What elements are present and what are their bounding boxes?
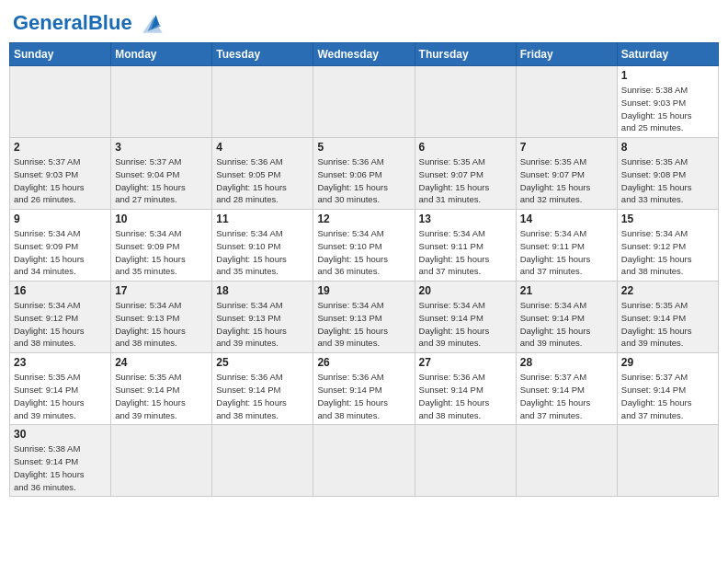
day-number: 16	[14, 284, 107, 297]
weekday-header-monday: Monday	[111, 43, 212, 66]
weekday-header-sunday: Sunday	[10, 43, 111, 66]
calendar-cell	[617, 425, 718, 497]
calendar-cell	[313, 66, 415, 138]
day-info: Sunrise: 5:34 AM Sunset: 9:13 PM Dayligh…	[115, 299, 208, 350]
day-info: Sunrise: 5:34 AM Sunset: 9:10 PM Dayligh…	[317, 227, 410, 278]
calendar-week-row: 16Sunrise: 5:34 AM Sunset: 9:12 PM Dayli…	[10, 282, 719, 353]
calendar-week-row: 1Sunrise: 5:38 AM Sunset: 9:03 PM Daylig…	[10, 66, 719, 138]
calendar-cell	[10, 66, 111, 138]
calendar-cell	[212, 66, 313, 138]
calendar-cell	[313, 425, 415, 497]
day-number: 9	[14, 213, 107, 225]
day-number: 24	[115, 356, 208, 369]
calendar-week-row: 23Sunrise: 5:35 AM Sunset: 9:14 PM Dayli…	[10, 353, 719, 425]
day-number: 14	[520, 213, 613, 225]
day-number: 22	[621, 284, 714, 297]
calendar-cell: 23Sunrise: 5:35 AM Sunset: 9:14 PM Dayli…	[10, 353, 111, 425]
day-number: 18	[216, 284, 309, 297]
day-number: 30	[14, 428, 107, 441]
day-number: 8	[621, 141, 714, 154]
day-info: Sunrise: 5:35 AM Sunset: 9:14 PM Dayligh…	[115, 371, 208, 421]
day-info: Sunrise: 5:37 AM Sunset: 9:03 PM Dayligh…	[14, 155, 107, 206]
calendar-cell: 24Sunrise: 5:35 AM Sunset: 9:14 PM Dayli…	[111, 353, 212, 425]
day-number: 15	[621, 213, 714, 225]
calendar-cell: 16Sunrise: 5:34 AM Sunset: 9:12 PM Dayli…	[10, 282, 111, 353]
calendar-cell: 2Sunrise: 5:37 AM Sunset: 9:03 PM Daylig…	[10, 138, 111, 210]
calendar-cell: 4Sunrise: 5:36 AM Sunset: 9:05 PM Daylig…	[212, 138, 313, 210]
day-number: 1	[621, 69, 714, 82]
day-info: Sunrise: 5:37 AM Sunset: 9:04 PM Dayligh…	[115, 155, 208, 206]
calendar-week-row: 30Sunrise: 5:38 AM Sunset: 9:14 PM Dayli…	[10, 425, 719, 497]
calendar-cell: 13Sunrise: 5:34 AM Sunset: 9:11 PM Dayli…	[415, 210, 516, 282]
calendar-cell: 25Sunrise: 5:36 AM Sunset: 9:14 PM Dayli…	[212, 353, 313, 425]
calendar-cell: 11Sunrise: 5:34 AM Sunset: 9:10 PM Dayli…	[212, 210, 313, 282]
calendar-cell	[415, 66, 516, 138]
day-number: 5	[317, 141, 410, 154]
calendar-cell: 6Sunrise: 5:35 AM Sunset: 9:07 PM Daylig…	[415, 138, 516, 210]
day-info: Sunrise: 5:34 AM Sunset: 9:11 PM Dayligh…	[419, 227, 512, 278]
calendar-cell: 9Sunrise: 5:34 AM Sunset: 9:09 PM Daylig…	[10, 210, 111, 282]
day-info: Sunrise: 5:34 AM Sunset: 9:12 PM Dayligh…	[621, 227, 714, 278]
calendar-week-row: 9Sunrise: 5:34 AM Sunset: 9:09 PM Daylig…	[10, 210, 719, 282]
day-info: Sunrise: 5:38 AM Sunset: 9:03 PM Dayligh…	[621, 84, 714, 134]
calendar-cell: 29Sunrise: 5:37 AM Sunset: 9:14 PM Dayli…	[617, 353, 718, 425]
day-info: Sunrise: 5:36 AM Sunset: 9:06 PM Dayligh…	[317, 155, 410, 206]
logo-blue: Blue	[88, 11, 132, 34]
day-info: Sunrise: 5:36 AM Sunset: 9:14 PM Dayligh…	[317, 371, 410, 421]
logo-text: GeneralBlue	[13, 13, 132, 33]
day-number: 21	[520, 284, 613, 297]
day-info: Sunrise: 5:35 AM Sunset: 9:07 PM Dayligh…	[419, 155, 512, 206]
day-number: 19	[317, 284, 410, 297]
calendar-cell: 14Sunrise: 5:34 AM Sunset: 9:11 PM Dayli…	[516, 210, 617, 282]
calendar-cell: 7Sunrise: 5:35 AM Sunset: 9:07 PM Daylig…	[516, 138, 617, 210]
day-number: 4	[216, 141, 309, 154]
day-number: 11	[216, 213, 309, 225]
calendar-cell	[111, 66, 212, 138]
day-number: 13	[419, 213, 512, 225]
day-info: Sunrise: 5:34 AM Sunset: 9:12 PM Dayligh…	[14, 299, 107, 350]
day-number: 29	[621, 356, 714, 369]
calendar-cell: 17Sunrise: 5:34 AM Sunset: 9:13 PM Dayli…	[111, 282, 212, 353]
calendar-week-row: 2Sunrise: 5:37 AM Sunset: 9:03 PM Daylig…	[10, 138, 719, 210]
calendar-cell: 10Sunrise: 5:34 AM Sunset: 9:09 PM Dayli…	[111, 210, 212, 282]
calendar-cell: 21Sunrise: 5:34 AM Sunset: 9:14 PM Dayli…	[516, 282, 617, 353]
day-number: 25	[216, 356, 309, 369]
calendar-table: SundayMondayTuesdayWednesdayThursdayFrid…	[9, 42, 719, 497]
day-info: Sunrise: 5:35 AM Sunset: 9:07 PM Dayligh…	[520, 155, 613, 206]
day-number: 28	[520, 356, 613, 369]
day-number: 12	[317, 213, 410, 225]
day-info: Sunrise: 5:38 AM Sunset: 9:14 PM Dayligh…	[14, 442, 107, 493]
weekday-header-friday: Friday	[516, 43, 617, 66]
logo-bird-icon	[136, 9, 169, 37]
day-info: Sunrise: 5:37 AM Sunset: 9:14 PM Dayligh…	[621, 371, 714, 421]
day-number: 20	[419, 284, 512, 297]
day-number: 27	[419, 356, 512, 369]
day-info: Sunrise: 5:35 AM Sunset: 9:14 PM Dayligh…	[621, 299, 714, 350]
day-info: Sunrise: 5:34 AM Sunset: 9:10 PM Dayligh…	[216, 227, 309, 278]
logo: GeneralBlue	[13, 9, 169, 37]
calendar-cell: 18Sunrise: 5:34 AM Sunset: 9:13 PM Dayli…	[212, 282, 313, 353]
calendar-cell: 30Sunrise: 5:38 AM Sunset: 9:14 PM Dayli…	[10, 425, 111, 497]
day-info: Sunrise: 5:35 AM Sunset: 9:08 PM Dayligh…	[621, 155, 714, 206]
day-info: Sunrise: 5:34 AM Sunset: 9:13 PM Dayligh…	[216, 299, 309, 350]
day-number: 3	[115, 141, 208, 154]
calendar-cell	[212, 425, 313, 497]
day-info: Sunrise: 5:34 AM Sunset: 9:13 PM Dayligh…	[317, 299, 410, 350]
weekday-header-tuesday: Tuesday	[212, 43, 313, 66]
calendar-cell: 28Sunrise: 5:37 AM Sunset: 9:14 PM Dayli…	[516, 353, 617, 425]
day-info: Sunrise: 5:36 AM Sunset: 9:05 PM Dayligh…	[216, 155, 309, 206]
day-info: Sunrise: 5:36 AM Sunset: 9:14 PM Dayligh…	[216, 371, 309, 421]
weekday-header-wednesday: Wednesday	[313, 43, 415, 66]
day-number: 2	[14, 141, 107, 154]
calendar-cell: 12Sunrise: 5:34 AM Sunset: 9:10 PM Dayli…	[313, 210, 415, 282]
calendar-cell: 3Sunrise: 5:37 AM Sunset: 9:04 PM Daylig…	[111, 138, 212, 210]
calendar-cell: 8Sunrise: 5:35 AM Sunset: 9:08 PM Daylig…	[617, 138, 718, 210]
calendar-cell: 1Sunrise: 5:38 AM Sunset: 9:03 PM Daylig…	[617, 66, 718, 138]
day-number: 23	[14, 356, 107, 369]
calendar-cell	[415, 425, 516, 497]
calendar-cell	[516, 66, 617, 138]
day-info: Sunrise: 5:34 AM Sunset: 9:09 PM Dayligh…	[14, 227, 107, 278]
calendar-cell: 26Sunrise: 5:36 AM Sunset: 9:14 PM Dayli…	[313, 353, 415, 425]
day-number: 10	[115, 213, 208, 225]
weekday-header-saturday: Saturday	[617, 43, 718, 66]
